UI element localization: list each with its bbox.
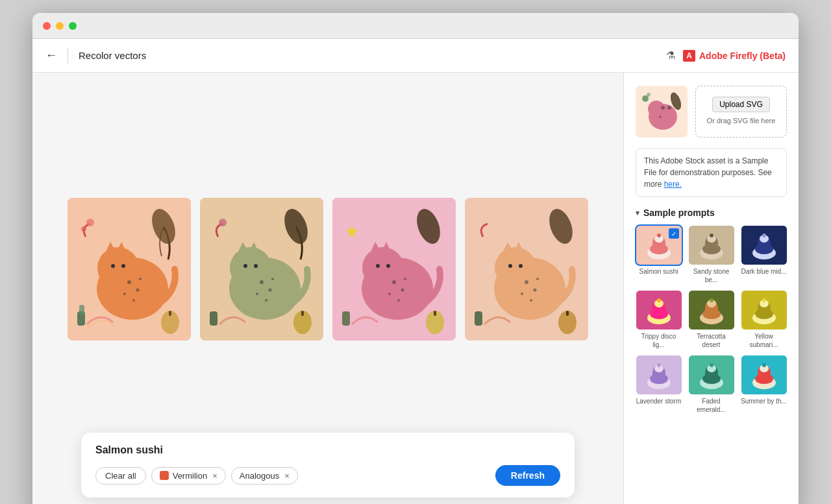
image-card-3[interactable] bbox=[332, 198, 456, 341]
sample-thumb-terracotta bbox=[689, 291, 734, 330]
svg-point-8 bbox=[136, 288, 140, 291]
sample-label-sandy-stone: Sandy stone be... bbox=[688, 267, 734, 284]
svg-point-42 bbox=[386, 264, 390, 268]
vermilion-tag: Vermilion × bbox=[151, 467, 226, 485]
svg-rect-33 bbox=[210, 311, 217, 326]
sample-item-dark-blue-mid[interactable]: Dark blue mid... bbox=[741, 226, 787, 284]
svg-point-55 bbox=[495, 247, 536, 289]
svg-point-30 bbox=[265, 299, 267, 302]
svg-point-38 bbox=[362, 247, 404, 289]
svg-point-11 bbox=[132, 299, 135, 302]
stock-notice-text: This Adobe Stock asset is a Sample File … bbox=[644, 156, 772, 189]
svg-point-29 bbox=[271, 278, 274, 280]
sample-thumb-salmon-sushi: ✓ bbox=[636, 226, 682, 265]
sample-prompts-title-text: Sample prompts bbox=[643, 208, 715, 218]
svg-point-131 bbox=[762, 363, 766, 367]
minimize-button[interactable] bbox=[56, 22, 64, 30]
sample-prompts-toggle[interactable]: ▾ Sample prompts bbox=[636, 208, 787, 218]
svg-rect-50 bbox=[342, 311, 350, 326]
svg-point-28 bbox=[256, 293, 258, 295]
analogous-remove-button[interactable]: × bbox=[284, 471, 290, 481]
close-button[interactable] bbox=[43, 22, 51, 30]
fullscreen-button[interactable] bbox=[69, 22, 77, 30]
svg-point-72 bbox=[661, 106, 665, 110]
svg-point-32 bbox=[219, 219, 227, 226]
image-card-2[interactable] bbox=[200, 198, 323, 341]
svg-point-26 bbox=[260, 280, 264, 284]
svg-point-14 bbox=[81, 226, 86, 232]
upload-dropzone[interactable]: Upload SVG Or drag SVG file here bbox=[695, 86, 787, 138]
svg-point-6 bbox=[121, 264, 125, 268]
svg-rect-68 bbox=[566, 311, 569, 316]
main-content: Salmon sushi Clear all Vermilion × Analo… bbox=[32, 73, 799, 504]
vermilion-remove-button[interactable]: × bbox=[212, 471, 217, 481]
svg-point-43 bbox=[392, 280, 396, 284]
svg-point-62 bbox=[521, 293, 523, 295]
svg-point-63 bbox=[536, 278, 539, 280]
svg-point-21 bbox=[230, 247, 271, 289]
svg-point-13 bbox=[86, 219, 94, 226]
sample-item-faded-emerald[interactable]: Faded emerald... bbox=[688, 355, 734, 414]
svg-point-58 bbox=[508, 264, 512, 268]
svg-point-107 bbox=[710, 298, 713, 302]
sample-thumb-sandy-stone bbox=[689, 226, 734, 265]
sample-label-salmon-sushi: Salmon sushi bbox=[639, 267, 678, 276]
analogous-label: Analogous bbox=[240, 471, 279, 481]
flask-icon: ⚗ bbox=[666, 49, 675, 62]
svg-point-10 bbox=[139, 278, 142, 280]
upload-section: Upload SVG Or drag SVG file here bbox=[636, 86, 787, 138]
svg-rect-66 bbox=[475, 311, 482, 326]
adobe-firefly-logo: A Adobe Firefly (Beta) bbox=[683, 50, 786, 62]
svg-point-47 bbox=[397, 299, 400, 302]
prompt-title: Salmon sushi bbox=[95, 444, 560, 456]
chevron-down-icon: ▾ bbox=[636, 209, 639, 217]
svg-point-44 bbox=[401, 288, 404, 291]
stock-notice: This Adobe Stock asset is a Sample File … bbox=[636, 148, 787, 197]
sample-item-summer-by[interactable]: Summer by th... bbox=[741, 355, 787, 414]
svg-point-74 bbox=[659, 115, 662, 118]
sample-label-summer-by: Summer by th... bbox=[741, 397, 787, 405]
prompt-controls: Clear all Vermilion × Analogous × Refres… bbox=[95, 465, 560, 486]
refresh-button[interactable]: Refresh bbox=[495, 465, 560, 486]
svg-point-2 bbox=[97, 247, 139, 289]
titlebar bbox=[32, 13, 799, 39]
svg-point-9 bbox=[123, 293, 126, 295]
sample-label-faded-emerald: Faded emerald... bbox=[688, 397, 734, 414]
sample-item-sandy-stone[interactable]: Sandy stone be... bbox=[688, 226, 734, 284]
svg-point-73 bbox=[667, 106, 671, 110]
svg-point-77 bbox=[647, 93, 651, 97]
sample-thumb-yellow-submarine bbox=[741, 291, 787, 330]
stock-link[interactable]: here. bbox=[664, 180, 682, 189]
header: ← Recolor vectors ⚗ A Adobe Firefly (Bet… bbox=[32, 39, 799, 73]
sample-item-salmon-sushi[interactable]: ✓ Salmon sushi bbox=[636, 226, 682, 284]
header-right: ⚗ A Adobe Firefly (Beta) bbox=[666, 49, 786, 62]
svg-point-60 bbox=[525, 280, 528, 284]
adobe-firefly-label: Adobe Firefly (Beta) bbox=[699, 51, 786, 61]
back-button[interactable]: ← bbox=[45, 49, 57, 62]
header-left: ← Recolor vectors bbox=[45, 48, 146, 64]
sample-item-terracotta[interactable]: Terracotta desert bbox=[688, 291, 734, 349]
clear-all-button[interactable]: Clear all bbox=[95, 467, 146, 485]
svg-point-89 bbox=[710, 234, 713, 237]
analogous-tag: Analogous × bbox=[231, 467, 298, 485]
svg-point-45 bbox=[388, 293, 391, 295]
svg-point-64 bbox=[530, 299, 532, 302]
sample-item-trippy-disco[interactable]: Trippy disco lig... bbox=[636, 291, 682, 349]
image-card-1[interactable] bbox=[68, 198, 191, 341]
canvas-area: Salmon sushi Clear all Vermilion × Analo… bbox=[32, 73, 623, 504]
sample-label-trippy-disco: Trippy disco lig... bbox=[636, 332, 682, 349]
svg-point-95 bbox=[762, 234, 766, 237]
prompt-card: Salmon sushi Clear all Vermilion × Analo… bbox=[81, 433, 575, 498]
svg-point-101 bbox=[657, 298, 661, 302]
upload-svg-button[interactable]: Upload SVG bbox=[712, 97, 770, 112]
svg-point-46 bbox=[404, 278, 406, 280]
svg-point-83 bbox=[657, 234, 661, 237]
sample-item-lavender-storm[interactable]: Lavender storm bbox=[636, 355, 682, 414]
adobe-a-logo: A bbox=[683, 50, 695, 62]
sample-thumb-trippy-disco bbox=[636, 291, 682, 330]
svg-point-113 bbox=[762, 298, 766, 302]
svg-point-27 bbox=[269, 288, 272, 291]
svg-point-125 bbox=[710, 363, 713, 367]
image-card-4[interactable] bbox=[465, 198, 588, 341]
sample-item-yellow-submarine[interactable]: Yellow submari... bbox=[741, 291, 787, 349]
